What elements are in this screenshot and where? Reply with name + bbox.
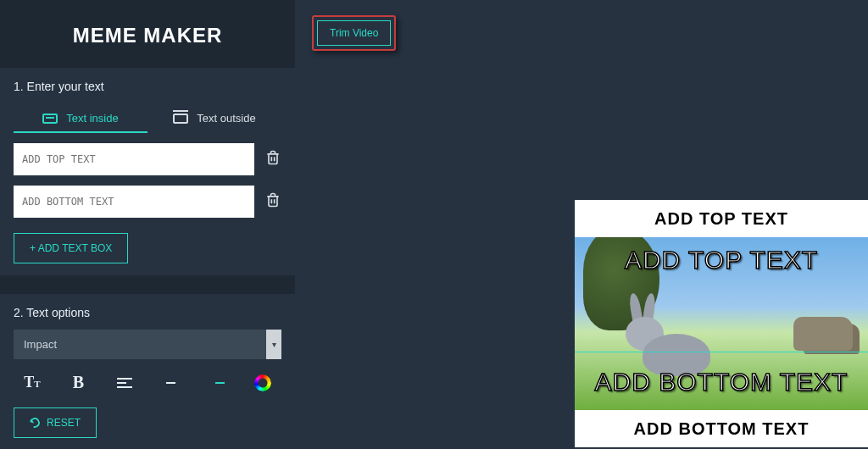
- color-ring-icon: [254, 374, 271, 391]
- preview-bunny: [626, 300, 719, 376]
- app-title: MEME MAKER: [0, 0, 295, 68]
- trash-icon[interactable]: [264, 191, 281, 212]
- chevron-down-icon[interactable]: ▾: [266, 330, 281, 359]
- preview-outer-bottom: ADD BOTTOM TEXT: [575, 410, 868, 447]
- preview-rock: [793, 317, 853, 351]
- section-text-options: 2. Text options Impact ▾ TT B RESET: [0, 294, 295, 449]
- tab-text-outside[interactable]: Text outside: [147, 103, 281, 133]
- reset-label: RESET: [47, 417, 81, 429]
- preview-image[interactable]: ADD TOP TEXT ADD BOTTOM TEXT: [575, 237, 868, 410]
- top-text-row: [14, 143, 281, 175]
- text-inside-icon: [42, 114, 58, 124]
- reset-icon: [28, 416, 42, 430]
- tab-text-inside[interactable]: Text inside: [14, 103, 147, 133]
- align-center-button[interactable]: [155, 378, 186, 388]
- section-1-title: 1. Enter your text: [14, 80, 281, 93]
- text-outside-icon: [173, 114, 188, 124]
- meme-preview: ADD TOP TEXT ADD TOP TEXT ADD BOTTOM TEX…: [575, 200, 868, 447]
- top-text-input[interactable]: [14, 143, 254, 175]
- preview-outer-top: ADD TOP TEXT: [575, 200, 868, 237]
- add-text-box-label: + ADD TEXT BOX: [30, 242, 112, 254]
- bold-button[interactable]: B: [63, 373, 93, 392]
- text-format-toolbar: TT B: [14, 373, 281, 392]
- preview-divider: [575, 352, 868, 352]
- main-canvas-area: Trim Video ADD TOP TEXT ADD TOP TEXT ADD…: [295, 0, 868, 449]
- overlay-bottom-text[interactable]: ADD BOTTOM TEXT: [575, 368, 868, 396]
- align-left-button[interactable]: [109, 378, 140, 388]
- section-enter-text: 1. Enter your text Text inside Text outs…: [0, 68, 295, 275]
- color-picker-button[interactable]: [248, 374, 278, 391]
- trim-video-label: Trim Video: [330, 27, 378, 39]
- trash-icon[interactable]: [264, 149, 281, 169]
- text-size-button[interactable]: TT: [17, 374, 47, 391]
- overlay-top-text[interactable]: ADD TOP TEXT: [575, 246, 868, 274]
- align-right-button[interactable]: [202, 378, 232, 388]
- tab-text-outside-label: Text outside: [197, 112, 255, 125]
- bottom-text-row: [14, 186, 281, 218]
- tab-text-inside-label: Text inside: [66, 112, 118, 125]
- section-2-title: 2. Text options: [14, 306, 281, 319]
- font-select-value: Impact: [14, 330, 266, 359]
- trim-video-button[interactable]: Trim Video: [317, 20, 391, 46]
- font-select[interactable]: Impact ▾: [14, 330, 281, 359]
- reset-button[interactable]: RESET: [14, 407, 97, 438]
- bottom-text-input[interactable]: [14, 186, 254, 218]
- trim-video-highlight: Trim Video: [312, 15, 396, 51]
- text-position-tabs: Text inside Text outside: [14, 103, 281, 133]
- add-text-box-button[interactable]: + ADD TEXT BOX: [14, 233, 128, 263]
- sidebar: MEME MAKER 1. Enter your text Text insid…: [0, 0, 295, 449]
